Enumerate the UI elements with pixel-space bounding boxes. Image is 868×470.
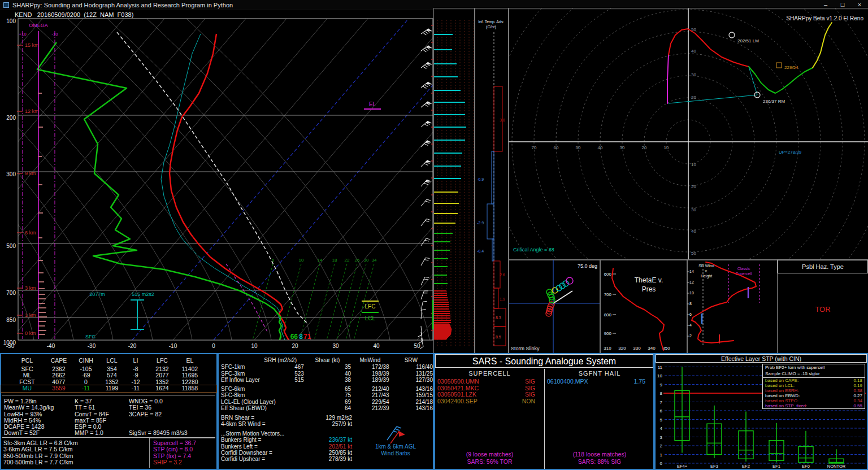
svg-text:75.0 deg: 75.0 deg: [578, 263, 597, 269]
stat-value: SigSvr = 89495 m3/s3: [129, 430, 188, 436]
svg-text:600: 600: [604, 272, 612, 277]
svg-text:LFC: LFC: [365, 303, 376, 310]
svg-text:700: 700: [6, 290, 16, 296]
version-label: SHARPpy Beta v1.2.0 El Reno: [786, 15, 863, 21]
window-title: SHARPpy: Sounding and Hodograph Analysis…: [12, 2, 817, 8]
srh-table-row: SFC-8km75217/43159/15: [219, 392, 433, 399]
stp-legend-row: based on LCL:0.19: [763, 383, 865, 388]
skewt-diagram[interactable]: 6101418222630341002003005007008501000OME…: [0, 8, 434, 353]
sars-supercell-result: SARS: 56% TOR: [435, 458, 544, 465]
sars-match-entry[interactable]: 03050501.LZKSIG: [435, 391, 544, 398]
sars-supercell-header: SUPERCELL: [435, 370, 544, 377]
stp-legend-row: based on STP_fixed:0.55: [763, 403, 865, 408]
svg-text:Classic: Classic: [737, 267, 750, 271]
svg-text:-30: -30: [88, 343, 96, 349]
sars-supercell-column: SUPERCELL 03050500.UMNSIG03050421.MKCSIG…: [435, 369, 544, 469]
svg-text:40: 40: [598, 145, 603, 150]
sr-wind-height-panel[interactable]: SR Windv.Height1412108642ClassicSupercel…: [687, 260, 778, 353]
svg-text:30: 30: [691, 72, 696, 77]
sars-match-entry[interactable]: 06100400.MPX1.75: [545, 378, 654, 385]
svg-text:10: 10: [251, 343, 258, 349]
barbs-caption-line2: Wind Barbs: [364, 450, 427, 457]
svg-text:229/54: 229/54: [784, 65, 798, 70]
svg-text:-0.4: -0.4: [477, 249, 484, 253]
svg-text:900: 900: [604, 331, 612, 336]
hazard-title: Psbl Haz. Type: [778, 260, 868, 273]
wind-speed-profile[interactable]: [434, 8, 475, 353]
svg-text:800: 800: [604, 312, 612, 317]
svg-text:66: 66: [290, 333, 298, 341]
svg-text:14: 14: [689, 269, 694, 273]
svg-text:SR Wind: SR Wind: [698, 264, 714, 268]
svg-text:515 m2s2: 515 m2s2: [132, 291, 154, 297]
srh-table-row: SFC-6km65212/40143/16: [219, 386, 433, 393]
srh-table-row: SFC-1km46735172/38116/40: [219, 364, 433, 371]
composite-indices: Supercell = 36.7STP (cin) = 8.0STP (fix)…: [149, 438, 215, 468]
svg-text:700: 700: [604, 292, 612, 297]
svg-text:ThetaE v.: ThetaE v.: [635, 276, 663, 284]
lapse-rate-value: 3-6km AGL LR = 7.5 C/km: [3, 446, 78, 452]
sars-panel: SARS - Sounding Analogue System SUPERCEL…: [434, 353, 654, 470]
svg-text:EF4+: EF4+: [677, 464, 688, 469]
thermo-stats-col1: PW = 1.28inMeanW = 14.3g/kgLowRH = 93%Mi…: [4, 398, 54, 437]
svg-text:-20: -20: [128, 343, 137, 349]
svg-text:320: 320: [618, 346, 626, 351]
parcel-row-ml[interactable]: ML2662-69574-9207711695: [1, 372, 216, 379]
svg-text:15 km: 15 km: [25, 42, 39, 48]
svg-text:11: 11: [658, 365, 663, 370]
svg-text:30: 30: [691, 207, 696, 212]
svg-text:34: 34: [372, 258, 377, 263]
svg-text:0: 0: [660, 461, 663, 466]
hazard-type-panel[interactable]: Psbl Haz. Type TOR: [778, 260, 868, 353]
svg-text:340: 340: [648, 346, 656, 351]
hazard-value: TOR: [778, 305, 868, 314]
wind-barbs-icon: [381, 421, 407, 445]
divider: [2, 395, 215, 395]
svg-text:20: 20: [691, 184, 696, 189]
svg-text:26: 26: [355, 258, 360, 263]
stp-legend-header1: Prob EF2+ torn with supercell: [763, 364, 865, 371]
stp-legend-row: based on CAPE:0.18: [763, 378, 865, 383]
svg-text:+10: +10: [19, 32, 27, 37]
svg-text:850: 850: [6, 317, 16, 323]
stat-value: MeanW = 14.3g/kg: [4, 404, 54, 411]
barbs-caption-line1: 1km & 6km AGL: [364, 443, 427, 450]
svg-text:9 km: 9 km: [25, 171, 36, 176]
svg-text:10: 10: [657, 373, 662, 378]
svg-text:12 km: 12 km: [25, 108, 39, 114]
thetae-pres-panel[interactable]: ThetaE v.Pres600700800900310320330340350: [600, 260, 687, 353]
svg-text:7: 7: [660, 400, 663, 405]
svg-text:330: 330: [633, 346, 641, 351]
lapse-rate-value: 700-500mb LR = 7.7 C/km: [3, 459, 78, 465]
hodograph[interactable]: 10203040506070102030405020304050202/51 L…: [509, 8, 868, 260]
svg-text:Critical Angle = 88: Critical Angle = 88: [513, 247, 554, 253]
svg-text:71: 71: [303, 333, 311, 341]
wind-barbs-caption: 1km & 6km AGL Wind Barbs: [364, 443, 427, 457]
svg-text:8: 8: [660, 391, 663, 396]
storm-slinky-panel[interactable]: 75.0 degStorm Slinky: [509, 260, 600, 353]
svg-text:200: 200: [6, 115, 16, 121]
svg-text:Inf. Temp. Adv.: Inf. Temp. Adv.: [478, 20, 504, 24]
svg-text:8.3: 8.3: [496, 316, 501, 320]
sars-match-entry[interactable]: 03050500.UMNSIG: [435, 378, 544, 385]
srh-table-row: Eff Shear (EBWD)64212/39143/16: [219, 405, 433, 412]
svg-text:EF2: EF2: [742, 464, 750, 469]
composite-index: SHIP = 3.2: [153, 459, 215, 465]
svg-text:EF3: EF3: [710, 464, 718, 469]
parcel-row-mu[interactable]: MU3559-111199-11162411858: [1, 385, 216, 392]
svg-text:8: 8: [689, 302, 692, 306]
svg-text:202/51 LM: 202/51 LM: [737, 38, 759, 43]
svg-text:1 km: 1 km: [25, 312, 36, 318]
svg-text:6: 6: [689, 312, 692, 316]
svg-text:6: 6: [660, 408, 663, 414]
temp-advection-panel[interactable]: Inf. Temp. Adv.(C/hr)3.8-0.9-2.9-0.42.61…: [475, 8, 509, 353]
thermo-stats-col2: K = 37TT = 61ConvT = 84FmaxT = 85FESP = …: [75, 398, 109, 437]
svg-text:1: 1: [660, 452, 663, 458]
svg-text:OMEGA: OMEGA: [29, 23, 48, 28]
stat-value: 3CAPE = 82: [129, 411, 188, 417]
svg-text:8.5: 8.5: [496, 335, 501, 339]
svg-text:SFC: SFC: [85, 334, 96, 340]
stp-legend-row: based on STPC:0.34: [763, 398, 865, 403]
sars-match-entry[interactable]: 03042400.SEPNON: [435, 398, 544, 405]
svg-text:50: 50: [576, 145, 581, 150]
